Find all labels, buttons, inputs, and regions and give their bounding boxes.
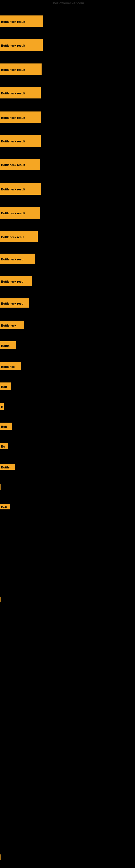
vertical-line-25 [0,855,1,860]
bottleneck-badge-17: Bott [0,382,11,390]
bottleneck-badge-12: Bottleneck resu [0,276,32,286]
bottleneck-badge-15: Bottle [0,341,16,349]
bottleneck-badge-13: Bottleneck resu [0,299,29,308]
bottleneck-badge-8: Bottleneck result [0,183,41,195]
bottleneck-badge-23: Bott [0,504,10,509]
bottleneck-badge-2: Bottleneck result [0,39,43,51]
bottleneck-badge-1: Bottleneck result [0,16,43,27]
bottleneck-badge-10: Bottleneck resul [0,231,38,242]
bottleneck-badge-19: Bott [0,423,12,430]
bottleneck-badge-5: Bottleneck result [0,112,41,123]
bottleneck-badge-7: Bottleneck result [0,159,40,170]
bottleneck-badge-18: B [0,403,4,410]
bottleneck-badge-3: Bottleneck result [0,63,42,75]
bottleneck-badge-9: Bottleneck result [0,207,40,219]
vertical-line-22 [0,484,1,490]
bottleneck-badge-6: Bottleneck result [0,135,41,147]
bottleneck-badge-11: Bottleneck resu [0,254,35,264]
vertical-line-24 [0,597,1,602]
bottleneck-badge-4: Bottleneck result [0,87,41,98]
bottleneck-badge-20: Bo [0,443,8,449]
bottleneck-badge-16: Bottlenec [0,362,21,370]
bottleneck-badge-21: Bottlen [0,464,15,470]
bottleneck-badge-14: Bottleneck [0,321,24,329]
site-title: TheBottlenecker.com [51,1,84,5]
